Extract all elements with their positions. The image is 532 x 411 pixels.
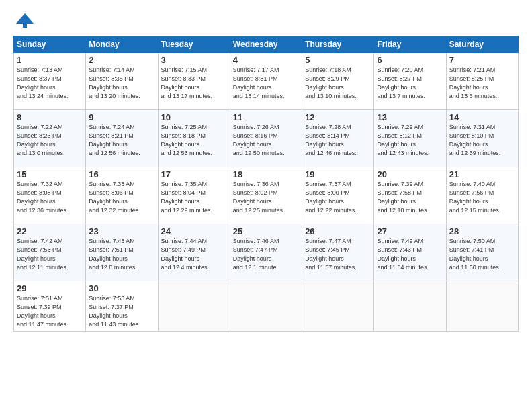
day-number: 14 — [449, 112, 515, 122]
weekday-header-row: SundayMondayTuesdayWednesdayThursdayFrid… — [14, 36, 519, 53]
day-info: Sunrise: 7:37 AMSunset: 8:00 PMDaylight … — [305, 180, 371, 215]
svg-rect-1 — [23, 24, 27, 28]
day-number: 27 — [377, 226, 443, 236]
logo — [13, 10, 35, 30]
day-info: Sunrise: 7:36 AMSunset: 8:02 PMDaylight … — [233, 180, 299, 215]
day-number: 15 — [17, 169, 83, 179]
day-cell: 24 Sunrise: 7:44 AMSunset: 7:49 PMDaylig… — [158, 224, 230, 281]
day-number: 24 — [161, 226, 227, 236]
day-info: Sunrise: 7:17 AMSunset: 8:31 PMDaylight … — [233, 66, 299, 101]
day-cell: 3 Sunrise: 7:15 AMSunset: 8:33 PMDayligh… — [158, 53, 230, 110]
day-number: 20 — [377, 169, 443, 179]
day-number: 30 — [89, 283, 154, 293]
day-number: 10 — [161, 112, 227, 122]
logo-icon — [15, 10, 35, 30]
day-info: Sunrise: 7:14 AMSunset: 8:35 PMDaylight … — [89, 66, 154, 101]
day-cell — [374, 281, 446, 332]
day-cell: 8 Sunrise: 7:22 AMSunset: 8:23 PMDayligh… — [14, 110, 86, 167]
weekday-header-friday: Friday — [374, 36, 446, 53]
day-info: Sunrise: 7:26 AMSunset: 8:16 PMDaylight … — [233, 123, 299, 158]
day-info: Sunrise: 7:21 AMSunset: 8:25 PMDaylight … — [449, 66, 515, 101]
day-info: Sunrise: 7:47 AMSunset: 7:45 PMDaylight … — [305, 237, 371, 272]
day-cell: 26 Sunrise: 7:47 AMSunset: 7:45 PMDaylig… — [302, 224, 374, 281]
day-cell: 2 Sunrise: 7:14 AMSunset: 8:35 PMDayligh… — [86, 53, 158, 110]
week-row-5: 29 Sunrise: 7:51 AMSunset: 7:39 PMDaylig… — [14, 281, 519, 332]
day-info: Sunrise: 7:31 AMSunset: 8:10 PMDaylight … — [449, 123, 515, 158]
day-cell: 30 Sunrise: 7:53 AMSunset: 7:37 PMDaylig… — [86, 281, 158, 332]
day-cell: 11 Sunrise: 7:26 AMSunset: 8:16 PMDaylig… — [230, 110, 302, 167]
day-info: Sunrise: 7:42 AMSunset: 7:53 PMDaylight … — [17, 237, 83, 272]
day-info: Sunrise: 7:25 AMSunset: 8:18 PMDaylight … — [161, 123, 227, 158]
day-number: 16 — [89, 169, 154, 179]
weekday-header-thursday: Thursday — [302, 36, 374, 53]
day-cell: 13 Sunrise: 7:29 AMSunset: 8:12 PMDaylig… — [374, 110, 446, 167]
day-info: Sunrise: 7:39 AMSunset: 7:58 PMDaylight … — [377, 180, 443, 215]
day-cell — [302, 281, 374, 332]
day-cell: 29 Sunrise: 7:51 AMSunset: 7:39 PMDaylig… — [14, 281, 86, 332]
weekday-header-sunday: Sunday — [14, 36, 86, 53]
day-cell: 12 Sunrise: 7:28 AMSunset: 8:14 PMDaylig… — [302, 110, 374, 167]
day-info: Sunrise: 7:22 AMSunset: 8:23 PMDaylight … — [17, 123, 83, 158]
day-number: 5 — [305, 55, 371, 65]
day-cell: 23 Sunrise: 7:43 AMSunset: 7:51 PMDaylig… — [86, 224, 158, 281]
day-info: Sunrise: 7:33 AMSunset: 8:06 PMDaylight … — [89, 180, 154, 215]
day-cell — [158, 281, 230, 332]
day-info: Sunrise: 7:46 AMSunset: 7:47 PMDaylight … — [233, 237, 299, 272]
day-number: 18 — [233, 169, 299, 179]
day-number: 6 — [377, 55, 443, 65]
weekday-header-tuesday: Tuesday — [158, 36, 230, 53]
day-info: Sunrise: 7:53 AMSunset: 7:37 PMDaylight … — [89, 294, 154, 329]
day-cell — [230, 281, 302, 332]
day-number: 19 — [305, 169, 371, 179]
day-cell: 22 Sunrise: 7:42 AMSunset: 7:53 PMDaylig… — [14, 224, 86, 281]
day-number: 7 — [449, 55, 515, 65]
day-cell: 20 Sunrise: 7:39 AMSunset: 7:58 PMDaylig… — [374, 167, 446, 224]
day-info: Sunrise: 7:18 AMSunset: 8:29 PMDaylight … — [305, 66, 371, 101]
day-info: Sunrise: 7:24 AMSunset: 8:21 PMDaylight … — [89, 123, 154, 158]
day-cell: 18 Sunrise: 7:36 AMSunset: 8:02 PMDaylig… — [230, 167, 302, 224]
day-cell: 9 Sunrise: 7:24 AMSunset: 8:21 PMDayligh… — [86, 110, 158, 167]
day-cell: 6 Sunrise: 7:20 AMSunset: 8:27 PMDayligh… — [374, 53, 446, 110]
day-info: Sunrise: 7:13 AMSunset: 8:37 PMDaylight … — [17, 66, 83, 101]
day-number: 9 — [89, 112, 154, 122]
svg-marker-0 — [16, 13, 34, 24]
day-cell: 10 Sunrise: 7:25 AMSunset: 8:18 PMDaylig… — [158, 110, 230, 167]
day-info: Sunrise: 7:49 AMSunset: 7:43 PMDaylight … — [377, 237, 443, 272]
day-number: 8 — [17, 112, 83, 122]
day-number: 13 — [377, 112, 443, 122]
day-number: 29 — [17, 283, 83, 293]
day-cell: 15 Sunrise: 7:32 AMSunset: 8:08 PMDaylig… — [14, 167, 86, 224]
weekday-header-monday: Monday — [86, 36, 158, 53]
calendar-table: SundayMondayTuesdayWednesdayThursdayFrid… — [13, 36, 519, 332]
day-info: Sunrise: 7:40 AMSunset: 7:56 PMDaylight … — [449, 180, 515, 215]
day-number: 25 — [233, 226, 299, 236]
day-number: 22 — [17, 226, 83, 236]
day-cell: 14 Sunrise: 7:31 AMSunset: 8:10 PMDaylig… — [446, 110, 518, 167]
page: SundayMondayTuesdayWednesdayThursdayFrid… — [0, 0, 532, 411]
weekday-header-saturday: Saturday — [446, 36, 518, 53]
day-number: 21 — [449, 169, 515, 179]
day-info: Sunrise: 7:43 AMSunset: 7:51 PMDaylight … — [89, 237, 154, 272]
day-cell: 19 Sunrise: 7:37 AMSunset: 8:00 PMDaylig… — [302, 167, 374, 224]
header — [13, 10, 519, 30]
day-number: 23 — [89, 226, 154, 236]
day-cell: 27 Sunrise: 7:49 AMSunset: 7:43 PMDaylig… — [374, 224, 446, 281]
day-number: 12 — [305, 112, 371, 122]
day-cell: 28 Sunrise: 7:50 AMSunset: 7:41 PMDaylig… — [446, 224, 518, 281]
week-row-3: 15 Sunrise: 7:32 AMSunset: 8:08 PMDaylig… — [14, 167, 519, 224]
day-number: 1 — [17, 55, 83, 65]
day-cell: 25 Sunrise: 7:46 AMSunset: 7:47 PMDaylig… — [230, 224, 302, 281]
day-cell: 21 Sunrise: 7:40 AMSunset: 7:56 PMDaylig… — [446, 167, 518, 224]
day-info: Sunrise: 7:29 AMSunset: 8:12 PMDaylight … — [377, 123, 443, 158]
day-info: Sunrise: 7:50 AMSunset: 7:41 PMDaylight … — [449, 237, 515, 272]
day-info: Sunrise: 7:32 AMSunset: 8:08 PMDaylight … — [17, 180, 83, 215]
day-number: 11 — [233, 112, 299, 122]
week-row-4: 22 Sunrise: 7:42 AMSunset: 7:53 PMDaylig… — [14, 224, 519, 281]
day-cell: 16 Sunrise: 7:33 AMSunset: 8:06 PMDaylig… — [86, 167, 158, 224]
weekday-header-wednesday: Wednesday — [230, 36, 302, 53]
day-info: Sunrise: 7:51 AMSunset: 7:39 PMDaylight … — [17, 294, 83, 329]
day-info: Sunrise: 7:20 AMSunset: 8:27 PMDaylight … — [377, 66, 443, 101]
day-number: 2 — [89, 55, 154, 65]
day-number: 26 — [305, 226, 371, 236]
week-row-2: 8 Sunrise: 7:22 AMSunset: 8:23 PMDayligh… — [14, 110, 519, 167]
